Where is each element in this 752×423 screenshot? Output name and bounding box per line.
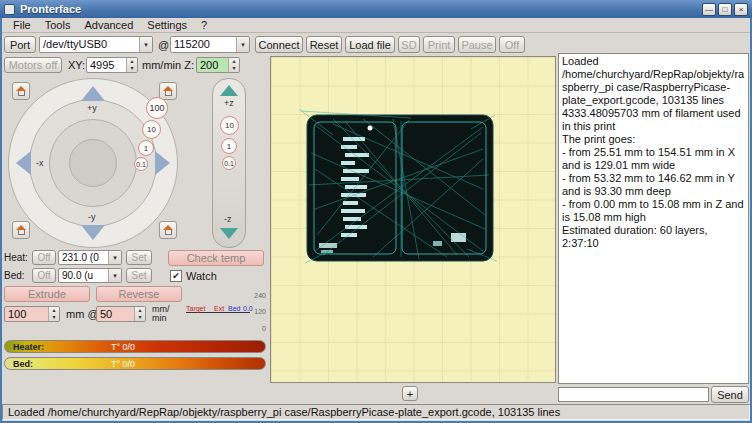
xy-feed-spinner[interactable]: 4995 ▴▾	[86, 57, 138, 73]
off-button[interactable]: Off	[499, 36, 525, 53]
extrude-unit-label-2: min	[152, 313, 167, 323]
extrude-button[interactable]: Extrude	[4, 286, 90, 302]
print-button[interactable]: Print	[423, 36, 455, 53]
z-step-01-badge[interactable]: 0.1	[222, 156, 236, 170]
z-step-10-badge[interactable]: 10	[220, 116, 239, 135]
extrude-speed-value: 50	[97, 307, 134, 321]
window-title: Pronterface	[20, 3, 81, 15]
extrude-speed-spinner[interactable]: 50 ▴▾	[96, 306, 146, 322]
jog-y-minus-arrow-icon[interactable]	[81, 225, 105, 240]
menu-file[interactable]: File	[6, 18, 38, 33]
motors-off-button[interactable]: Motors off	[4, 57, 62, 73]
mm-at-label: mm @	[66, 308, 99, 320]
watch-checkbox[interactable]: ✔	[170, 270, 182, 282]
reset-button[interactable]: Reset	[306, 36, 342, 53]
temperature-graph: 240 120 0 Target Ext Bed 0.0	[186, 292, 266, 334]
chevron-down-icon[interactable]: ▾	[139, 37, 152, 52]
window-controls: — □ ×	[702, 3, 748, 16]
jog-z-minus-arrow-icon[interactable]	[220, 228, 238, 239]
graph-legend-target: Target	[186, 305, 205, 312]
jog-x-plus-arrow-icon[interactable]	[155, 151, 170, 175]
jog-x-minus-arrow-icon[interactable]	[16, 151, 31, 175]
xy-step-1-badge[interactable]: 1	[138, 140, 154, 156]
port-combo-value: /dev/ttyUSB0	[40, 37, 139, 52]
menu-help[interactable]: ?	[194, 18, 214, 33]
at-label: @	[158, 39, 169, 51]
bed-gauge: Bed: T° 0/0	[4, 357, 266, 370]
window-frame-left	[0, 0, 2, 423]
extrude-length-value: 100	[5, 307, 48, 321]
zoom-in-button[interactable]: +	[402, 386, 418, 401]
jog-z-minus-label: -z	[224, 214, 232, 224]
chevron-down-icon[interactable]: ▾	[236, 37, 249, 52]
port-combo[interactable]: /dev/ttyUSB0 ▾	[39, 36, 153, 53]
command-input[interactable]	[558, 387, 709, 402]
print-preview	[299, 109, 497, 263]
spinner-arrows-icon[interactable]: ▴▾	[134, 307, 145, 321]
xy-feed-value: 4995	[87, 58, 126, 72]
bed-temp-combo[interactable]: 90.0 (u ▾	[58, 268, 122, 283]
status-text: Loaded /home/churchyard/RepRap/objekty/r…	[2, 404, 750, 420]
jog-y-plus-label: +y	[87, 103, 97, 113]
spinner-arrows-icon[interactable]: ▴▾	[228, 58, 239, 72]
home-x-button[interactable]	[12, 82, 30, 100]
jog-z-plus-arrow-icon[interactable]	[220, 85, 238, 96]
app-icon	[4, 4, 15, 15]
connect-button[interactable]: Connect	[255, 36, 303, 53]
baud-combo[interactable]: 115200 ▾	[170, 36, 250, 53]
spinner-arrows-icon[interactable]: ▴▾	[48, 307, 59, 321]
check-temp-button[interactable]: Check temp	[168, 250, 264, 266]
gcode-canvas[interactable]	[271, 57, 555, 382]
z-feed-label: mm/min Z:	[142, 59, 194, 71]
extrude-length-spinner[interactable]: 100 ▴▾	[4, 306, 60, 322]
bed-off-button[interactable]: Off	[32, 268, 56, 283]
minimize-icon[interactable]: —	[702, 3, 716, 16]
heat-temp-combo[interactable]: 231.0 (0 ▾	[58, 250, 122, 265]
jog-y-minus-label: -y	[88, 212, 96, 222]
bed-label: Bed:	[4, 270, 25, 281]
maximize-icon[interactable]: □	[718, 3, 732, 16]
menu-tools[interactable]: Tools	[38, 18, 78, 33]
pronterface-window: Pronterface — □ × File Tools Advanced Se…	[0, 0, 752, 423]
menu-settings[interactable]: Settings	[140, 18, 194, 33]
sd-button[interactable]: SD	[398, 36, 420, 53]
bed-set-button[interactable]: Set	[126, 268, 152, 283]
heat-temp-value: 231.0 (0	[59, 251, 108, 264]
graph-baseline	[186, 312, 250, 313]
port-button[interactable]: Port	[4, 36, 36, 53]
xy-step-10-badge[interactable]: 10	[142, 120, 161, 139]
bed-temp-value: 90.0 (u	[59, 269, 108, 282]
heat-set-button[interactable]: Set	[126, 250, 152, 265]
gcode-viewer[interactable]	[270, 56, 556, 383]
home-z-button[interactable]	[159, 221, 177, 239]
graph-axis-240: 240	[254, 292, 266, 299]
load-file-button[interactable]: Load file	[345, 36, 395, 53]
pause-button[interactable]: Pause	[458, 36, 496, 53]
graph-legend-value: 0.0	[243, 305, 253, 312]
title-bar[interactable]: Pronterface — □ ×	[0, 0, 752, 18]
z-step-1-badge[interactable]: 1	[221, 138, 237, 154]
menu-advanced[interactable]: Advanced	[77, 18, 140, 33]
reverse-button[interactable]: Reverse	[96, 286, 182, 302]
spinner-arrows-icon[interactable]: ▴▾	[126, 58, 137, 72]
bed-gauge-value: T° 0/0	[111, 359, 135, 369]
heat-label: Heat:	[4, 252, 28, 263]
heater-gauge-value: T° 0/0	[111, 342, 135, 352]
chevron-down-icon[interactable]: ▾	[108, 251, 121, 264]
xy-step-100-badge[interactable]: 100	[146, 97, 168, 119]
xy-step-01-badge[interactable]: 0.1	[134, 157, 148, 171]
jog-x-minus-label: -x	[36, 158, 44, 168]
z-feed-spinner[interactable]: 200 ▴▾	[196, 57, 240, 73]
chevron-down-icon[interactable]: ▾	[108, 269, 121, 282]
graph-legend-bed: Bed	[228, 305, 240, 312]
status-bar: Loaded /home/churchyard/RepRap/objekty/r…	[0, 403, 752, 421]
jog-pad-center[interactable]	[69, 139, 117, 187]
graph-axis-0: 0	[262, 325, 266, 332]
heat-off-button[interactable]: Off	[32, 250, 56, 265]
jog-y-plus-arrow-icon[interactable]	[81, 86, 105, 101]
home-all-button[interactable]	[12, 221, 30, 239]
z-feed-value: 200	[197, 58, 228, 72]
send-button[interactable]: Send	[711, 386, 749, 403]
console-log[interactable]: Loaded /home/churchyard/RepRap/objekty/r…	[558, 53, 749, 384]
close-icon[interactable]: ×	[734, 3, 748, 16]
